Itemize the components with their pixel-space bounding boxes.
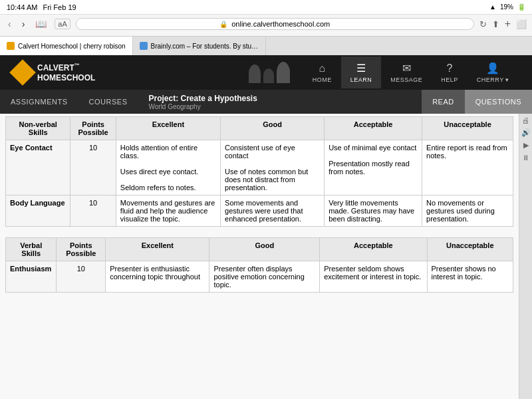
header-unacceptable-1: Unacceptable	[422, 117, 513, 140]
rubric-table-2: Verbal Skills Points Possible Excellent …	[5, 237, 513, 293]
skill-enthusiasm: Enthusiasm	[6, 261, 57, 293]
header-verbal: Verbal Skills	[6, 238, 57, 261]
acceptable-enthusiasm: Presenter seldom shows excitement or int…	[320, 261, 427, 293]
logo-area[interactable]: CALVERT™ HOMESCHOOL	[13, 63, 95, 82]
new-tab-button[interactable]: +	[505, 18, 511, 30]
table-row: Body Language 10 Movements and gestures …	[6, 196, 513, 227]
unacceptable-eye-contact: Entire report is read from notes.	[422, 140, 513, 196]
tab-brainly-title: Brainly.com – For students. By students.	[151, 43, 259, 50]
home-icon: ⌂	[319, 63, 325, 74]
print-icon[interactable]: 🖨	[522, 116, 529, 124]
header-acceptable-1: Acceptable	[325, 117, 422, 140]
site-nav: ASSIGNMENTS COURSES Project: Create a Hy…	[0, 90, 532, 114]
tab-calvert[interactable]: Calvert Homeschool | cherry robison	[0, 37, 133, 55]
assignments-nav[interactable]: ASSIGNMENTS	[0, 90, 78, 114]
nav-cherry[interactable]: 👤 CHERRY ▾	[467, 57, 519, 88]
skill-body-language: Body Language	[6, 196, 70, 227]
tab-calvert-title: Calvert Homeschool | cherry robison	[18, 43, 126, 50]
rubric-table-1: Non-verbal Skills Points Possible Excell…	[5, 116, 513, 227]
logo-tm: ™	[74, 63, 80, 68]
points-body-language: 10	[70, 196, 116, 227]
table-row: Eye Contact 10 Holds attention of entire…	[6, 140, 513, 196]
nav-message[interactable]: ✉ MESSAGE	[381, 57, 432, 88]
questions-button[interactable]: QUESTIONS	[465, 90, 532, 114]
good-enthusiasm: Presenter often displays positive emotio…	[209, 261, 320, 293]
browser-tabs: Calvert Homeschool | cherry robison Brai…	[0, 37, 532, 55]
skill-eye-contact: Eye Contact	[6, 140, 70, 196]
logo-text: CALVERT™ HOMESCHOOL	[37, 63, 95, 82]
good-eye-contact: Consistent use of eye contactUse of note…	[221, 140, 325, 196]
project-subtitle: World Geography	[148, 103, 411, 110]
excellent-eye-contact: Holds attention of entire class.Uses dir…	[116, 140, 220, 196]
user-icon: 👤	[486, 62, 499, 74]
header-excellent-2: Excellent	[106, 238, 209, 261]
cherry-label: CHERRY ▾	[477, 76, 509, 83]
unacceptable-body-language: No movements or gestures used during pre…	[422, 196, 513, 227]
nav-home[interactable]: ⌂ HOME	[303, 57, 341, 88]
rubric-section-2: Verbal Skills Points Possible Excellent …	[0, 235, 519, 301]
battery-icon: 🔋	[517, 3, 525, 11]
book-button[interactable]: 📖	[33, 17, 49, 31]
reload-button[interactable]: ↻	[479, 19, 487, 29]
share-button[interactable]: ⬆	[492, 19, 499, 29]
points-enthusiasm: 10	[57, 261, 106, 293]
acceptable-eye-contact: Use of minimal eye contactPresentation m…	[325, 140, 422, 196]
chess-decoration	[249, 62, 290, 83]
excellent-body-language: Movements and gestures are fluid and hel…	[116, 196, 220, 227]
status-bar: 10:44 AM Fri Feb 19 ▲ 19% 🔋	[0, 0, 532, 15]
nav-learn[interactable]: ☰ LEARN	[341, 57, 382, 88]
message-label: MESSAGE	[390, 76, 422, 83]
site-header: CALVERT™ HOMESCHOOL ⌂ HOME ☰ LEARN ✉ MES…	[0, 55, 532, 90]
browser-chrome: ‹ › 📖 aA 🔒 online.calverthomeschool.com …	[0, 15, 532, 37]
acceptable-body-language: Very little movements made. Gestures may…	[325, 196, 422, 227]
logo-calvert: CALVERT	[37, 63, 74, 72]
points-eye-contact: 10	[70, 140, 116, 196]
nav-icons: ⌂ HOME ☰ LEARN ✉ MESSAGE ? HELP 👤 CHERRY…	[303, 57, 519, 88]
status-day: Fri Feb 19	[43, 3, 76, 11]
chess-piece-3	[277, 62, 290, 83]
calvert-favicon	[7, 42, 15, 50]
logo-homeschool: HOMESCHOOL	[37, 73, 95, 82]
header-good-2: Good	[209, 238, 320, 261]
read-button[interactable]: READ	[422, 90, 465, 114]
header-unacceptable-2: Unacceptable	[427, 238, 513, 261]
learn-icon: ☰	[356, 62, 366, 74]
project-info: Project: Create a Hypothesis World Geogr…	[138, 94, 422, 110]
brainly-favicon	[140, 42, 148, 50]
text-size-button[interactable]: aA	[55, 19, 70, 29]
rubric-section-1: Non-verbal Skills Points Possible Excell…	[0, 114, 519, 235]
address-bar[interactable]: 🔒 online.calverthomeschool.com	[76, 18, 474, 30]
home-label: HOME	[313, 76, 332, 83]
play-icon[interactable]: ▶	[523, 141, 529, 150]
learn-label: LEARN	[350, 76, 372, 83]
battery-status: 19%	[500, 3, 513, 11]
chess-piece-2	[263, 68, 274, 83]
courses-nav[interactable]: COURSES	[78, 90, 138, 114]
url-text: online.calverthomeschool.com	[231, 20, 330, 28]
unacceptable-enthusiasm: Presenter shows no interest in topic.	[427, 261, 513, 293]
good-body-language: Some movements and gestures were used th…	[221, 196, 325, 227]
nav-help[interactable]: ? HELP	[432, 57, 467, 88]
header-nonverbal: Non-verbal Skills	[6, 117, 70, 140]
header-good-1: Good	[221, 117, 325, 140]
lock-icon: 🔒	[219, 21, 227, 28]
main-content: Non-verbal Skills Points Possible Excell…	[0, 114, 532, 399]
logo-diamond	[9, 59, 36, 86]
scrollbar[interactable]: 🖨 🔊 ▶ ⏸	[519, 114, 532, 399]
wifi-icon: ▲	[489, 3, 496, 11]
help-label: HELP	[441, 76, 458, 83]
table-row: Enthusiasm 10 Presenter is enthusiastic …	[6, 261, 513, 293]
back-button[interactable]: ‹	[5, 17, 14, 31]
content-area: Non-verbal Skills Points Possible Excell…	[0, 114, 519, 399]
message-icon: ✉	[402, 62, 411, 74]
tab-brainly[interactable]: Brainly.com – For students. By students.	[133, 37, 266, 55]
status-time: 10:44 AM	[7, 3, 37, 11]
project-title: Project: Create a Hypothesis	[148, 94, 411, 103]
pause-icon[interactable]: ⏸	[522, 154, 529, 162]
volume-icon[interactable]: 🔊	[521, 128, 531, 137]
excellent-enthusiasm: Presenter is enthusiastic concerning top…	[106, 261, 209, 293]
header-acceptable-2: Acceptable	[320, 238, 427, 261]
tabs-button[interactable]: ⬜	[516, 19, 527, 29]
forward-button[interactable]: ›	[19, 17, 28, 31]
header-excellent-1: Excellent	[116, 117, 220, 140]
